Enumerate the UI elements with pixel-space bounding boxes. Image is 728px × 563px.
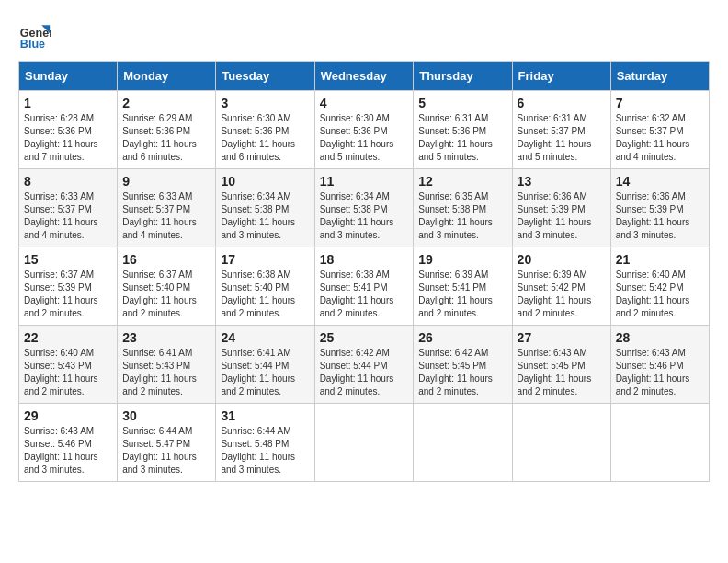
calendar-day-cell: 21Sunrise: 6:40 AMSunset: 5:42 PMDayligh…: [610, 247, 709, 326]
day-info: Sunrise: 6:35 AMSunset: 5:38 PMDaylight:…: [418, 190, 506, 242]
calendar-day-cell: 16Sunrise: 6:37 AMSunset: 5:40 PMDayligh…: [118, 247, 216, 326]
day-number: 16: [122, 252, 210, 267]
day-number: 12: [418, 174, 506, 189]
day-number: 9: [122, 174, 210, 189]
day-number: 27: [518, 330, 606, 345]
day-number: 24: [221, 330, 309, 345]
day-info: Sunrise: 6:39 AMSunset: 5:42 PMDaylight:…: [518, 269, 606, 320]
calendar-week-row: 8Sunrise: 6:33 AMSunset: 5:37 PMDaylight…: [19, 169, 710, 247]
calendar-day-cell: 15Sunrise: 6:37 AMSunset: 5:39 PMDayligh…: [19, 247, 118, 326]
calendar-day-cell: 24Sunrise: 6:41 AMSunset: 5:44 PMDayligh…: [216, 326, 314, 404]
calendar-day-cell: 17Sunrise: 6:38 AMSunset: 5:40 PMDayligh…: [216, 247, 314, 326]
calendar-day-cell: 2Sunrise: 6:29 AMSunset: 5:36 PMDaylight…: [118, 91, 216, 169]
calendar-day-cell: [512, 404, 610, 482]
calendar-day-cell: 12Sunrise: 6:35 AMSunset: 5:38 PMDayligh…: [414, 169, 512, 247]
day-number: 18: [320, 252, 409, 267]
day-of-week-header: Sunday: [19, 62, 118, 91]
day-of-week-header: Thursday: [414, 62, 512, 91]
day-info: Sunrise: 6:31 AMSunset: 5:36 PMDaylight:…: [418, 112, 506, 164]
day-number: 21: [616, 252, 704, 267]
calendar-day-cell: 5Sunrise: 6:31 AMSunset: 5:36 PMDaylight…: [414, 91, 512, 169]
day-number: 19: [418, 252, 506, 267]
day-number: 8: [24, 174, 112, 189]
calendar-day-cell: 27Sunrise: 6:43 AMSunset: 5:45 PMDayligh…: [512, 326, 610, 404]
calendar-day-cell: 29Sunrise: 6:43 AMSunset: 5:46 PMDayligh…: [19, 404, 118, 482]
day-info: Sunrise: 6:36 AMSunset: 5:39 PMDaylight:…: [518, 190, 606, 242]
day-number: 30: [122, 408, 210, 423]
day-of-week-header: Friday: [512, 62, 610, 91]
day-info: Sunrise: 6:42 AMSunset: 5:45 PMDaylight:…: [418, 347, 506, 398]
day-of-week-header: Monday: [118, 62, 216, 91]
day-of-week-header: Wednesday: [314, 62, 414, 91]
day-number: 23: [122, 330, 210, 345]
day-info: Sunrise: 6:34 AMSunset: 5:38 PMDaylight:…: [221, 190, 309, 242]
calendar-day-cell: 13Sunrise: 6:36 AMSunset: 5:39 PMDayligh…: [512, 169, 610, 247]
calendar-day-cell: 11Sunrise: 6:34 AMSunset: 5:38 PMDayligh…: [314, 169, 414, 247]
day-number: 1: [24, 96, 112, 110]
day-number: 26: [418, 330, 506, 345]
calendar-day-cell: [414, 404, 512, 482]
day-info: Sunrise: 6:39 AMSunset: 5:41 PMDaylight:…: [418, 269, 506, 320]
calendar-day-cell: 9Sunrise: 6:33 AMSunset: 5:37 PMDaylight…: [118, 169, 216, 247]
day-info: Sunrise: 6:43 AMSunset: 5:46 PMDaylight:…: [24, 425, 112, 477]
day-number: 7: [616, 96, 704, 110]
day-number: 17: [221, 252, 309, 267]
day-number: 15: [24, 252, 112, 267]
day-info: Sunrise: 6:40 AMSunset: 5:43 PMDaylight:…: [24, 347, 112, 398]
day-info: Sunrise: 6:42 AMSunset: 5:44 PMDaylight:…: [320, 347, 409, 398]
page-header: General Blue: [18, 18, 710, 52]
calendar-day-cell: 8Sunrise: 6:33 AMSunset: 5:37 PMDaylight…: [19, 169, 118, 247]
calendar-day-cell: 31Sunrise: 6:44 AMSunset: 5:48 PMDayligh…: [216, 404, 314, 482]
day-number: 6: [518, 96, 606, 110]
calendar-day-cell: 23Sunrise: 6:41 AMSunset: 5:43 PMDayligh…: [118, 326, 216, 404]
calendar-day-cell: 25Sunrise: 6:42 AMSunset: 5:44 PMDayligh…: [314, 326, 414, 404]
calendar-header-row: SundayMondayTuesdayWednesdayThursdayFrid…: [19, 62, 710, 91]
calendar-week-row: 29Sunrise: 6:43 AMSunset: 5:46 PMDayligh…: [19, 404, 710, 482]
calendar-day-cell: 7Sunrise: 6:32 AMSunset: 5:37 PMDaylight…: [610, 91, 709, 169]
day-number: 5: [418, 96, 506, 110]
day-info: Sunrise: 6:29 AMSunset: 5:36 PMDaylight:…: [122, 112, 210, 164]
day-info: Sunrise: 6:41 AMSunset: 5:44 PMDaylight:…: [221, 347, 309, 398]
day-info: Sunrise: 6:44 AMSunset: 5:48 PMDaylight:…: [221, 425, 309, 477]
calendar-day-cell: 3Sunrise: 6:30 AMSunset: 5:36 PMDaylight…: [216, 91, 314, 169]
day-number: 20: [518, 252, 606, 267]
calendar-day-cell: 20Sunrise: 6:39 AMSunset: 5:42 PMDayligh…: [512, 247, 610, 326]
day-number: 3: [221, 96, 309, 110]
day-info: Sunrise: 6:43 AMSunset: 5:46 PMDaylight:…: [616, 347, 704, 398]
calendar-week-row: 15Sunrise: 6:37 AMSunset: 5:39 PMDayligh…: [19, 247, 710, 326]
logo-icon: General Blue: [18, 18, 51, 52]
day-info: Sunrise: 6:32 AMSunset: 5:37 PMDaylight:…: [616, 112, 704, 164]
day-number: 10: [221, 174, 309, 189]
day-number: 11: [320, 174, 409, 189]
calendar-day-cell: 19Sunrise: 6:39 AMSunset: 5:41 PMDayligh…: [414, 247, 512, 326]
calendar-week-row: 1Sunrise: 6:28 AMSunset: 5:36 PMDaylight…: [19, 91, 710, 169]
day-info: Sunrise: 6:40 AMSunset: 5:42 PMDaylight:…: [616, 269, 704, 320]
calendar-week-row: 22Sunrise: 6:40 AMSunset: 5:43 PMDayligh…: [19, 326, 710, 404]
day-info: Sunrise: 6:30 AMSunset: 5:36 PMDaylight:…: [221, 112, 309, 164]
day-number: 14: [616, 174, 704, 189]
calendar-day-cell: 1Sunrise: 6:28 AMSunset: 5:36 PMDaylight…: [19, 91, 118, 169]
calendar-day-cell: 6Sunrise: 6:31 AMSunset: 5:37 PMDaylight…: [512, 91, 610, 169]
svg-text:Blue: Blue: [20, 38, 45, 51]
day-info: Sunrise: 6:41 AMSunset: 5:43 PMDaylight:…: [122, 347, 210, 398]
day-info: Sunrise: 6:33 AMSunset: 5:37 PMDaylight:…: [122, 190, 210, 242]
calendar-day-cell: [610, 404, 709, 482]
calendar-day-cell: 26Sunrise: 6:42 AMSunset: 5:45 PMDayligh…: [414, 326, 512, 404]
calendar-day-cell: 22Sunrise: 6:40 AMSunset: 5:43 PMDayligh…: [19, 326, 118, 404]
day-number: 2: [122, 96, 210, 110]
day-info: Sunrise: 6:34 AMSunset: 5:38 PMDaylight:…: [320, 190, 409, 242]
day-info: Sunrise: 6:37 AMSunset: 5:39 PMDaylight:…: [24, 269, 112, 320]
day-of-week-header: Tuesday: [216, 62, 314, 91]
calendar-day-cell: 30Sunrise: 6:44 AMSunset: 5:47 PMDayligh…: [118, 404, 216, 482]
day-info: Sunrise: 6:38 AMSunset: 5:40 PMDaylight:…: [221, 269, 309, 320]
day-info: Sunrise: 6:38 AMSunset: 5:41 PMDaylight:…: [320, 269, 409, 320]
calendar-day-cell: 4Sunrise: 6:30 AMSunset: 5:36 PMDaylight…: [314, 91, 414, 169]
day-info: Sunrise: 6:44 AMSunset: 5:47 PMDaylight:…: [122, 425, 210, 477]
day-number: 25: [320, 330, 409, 345]
day-of-week-header: Saturday: [610, 62, 709, 91]
day-number: 29: [24, 408, 112, 423]
day-number: 22: [24, 330, 112, 345]
day-info: Sunrise: 6:30 AMSunset: 5:36 PMDaylight:…: [320, 112, 409, 164]
day-info: Sunrise: 6:31 AMSunset: 5:37 PMDaylight:…: [518, 112, 606, 164]
day-number: 4: [320, 96, 409, 110]
